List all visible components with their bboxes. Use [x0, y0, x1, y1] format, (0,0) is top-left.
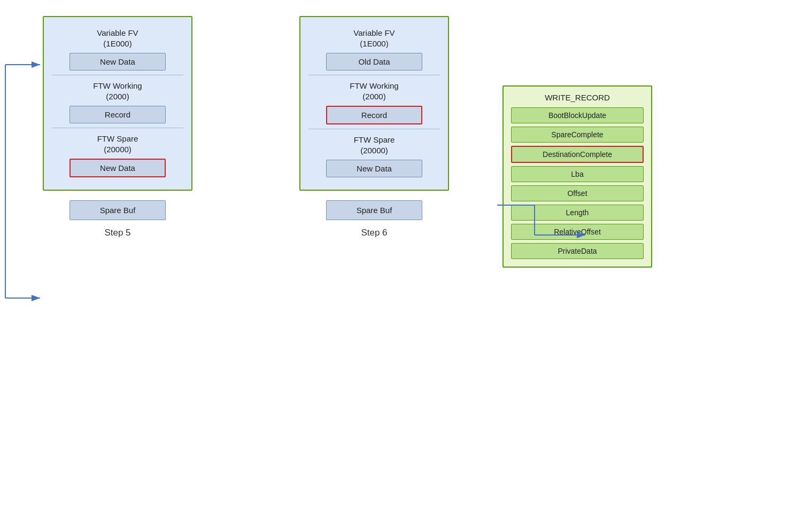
- step6-variable-fv-title: Variable FV(1E000): [353, 28, 395, 49]
- wr-spare-complete: SpareComplete: [511, 127, 644, 143]
- step6-label: Step 6: [361, 228, 387, 238]
- step5-label: Step 5: [104, 228, 130, 238]
- step6-ftw-working-title: FTW Working(2000): [350, 81, 398, 101]
- write-record-block: WRITE_RECORD BootBlockUpdate SpareComple…: [502, 85, 652, 268]
- step6-fv-block: Variable FV(1E000) Old Data FTW Working(…: [299, 16, 449, 191]
- step5-fv-block: Variable FV(1E000) New Data FTW Working(…: [43, 16, 192, 191]
- write-record-title: WRITE_RECORD: [545, 93, 610, 102]
- step5-ftw-working-title: FTW Working(2000): [93, 81, 142, 101]
- wr-length: Length: [511, 205, 644, 221]
- step5-variable-fv-section: Variable FV(1E000) New Data: [52, 22, 183, 75]
- step5-variable-fv-title: Variable FV(1E000): [97, 28, 138, 49]
- step5-column: Variable FV(1E000) New Data FTW Working(…: [43, 16, 192, 238]
- step6-ftw-spare-title: FTW Spare(20000): [354, 135, 395, 155]
- step6-record-box: Record: [326, 106, 422, 124]
- step6-spare-new-data-box: New Data: [326, 160, 422, 177]
- step6-spare-buf-row: Spare Buf Step 6: [326, 191, 422, 238]
- wr-lba: Lba: [511, 166, 644, 182]
- step5-spare-new-data-box: New Data: [69, 159, 166, 177]
- step5-spare-buf-box: Spare Buf: [69, 200, 166, 220]
- wr-offset: Offset: [511, 185, 644, 201]
- wr-private-data: PrivateData: [511, 243, 644, 259]
- step5-ftw-spare-title: FTW Spare(20000): [97, 134, 138, 154]
- step5-new-data-box: New Data: [69, 53, 166, 71]
- write-record-column: WRITE_RECORD BootBlockUpdate SpareComple…: [502, 85, 652, 268]
- step5-spare-buf-row: Spare Buf Step 5: [69, 191, 166, 238]
- step6-ftw-working-section: FTW Working(2000) Record: [308, 75, 440, 129]
- step5-ftw-working-section: FTW Working(2000) Record: [52, 75, 183, 128]
- wr-relative-offset: RelativeOffset: [511, 224, 644, 240]
- step5-record-box: Record: [69, 106, 166, 123]
- step5-ftw-spare-section: FTW Spare(20000) New Data: [52, 128, 183, 182]
- step6-column: Variable FV(1E000) Old Data FTW Working(…: [299, 16, 449, 238]
- step6-ftw-spare-section: FTW Spare(20000) New Data: [308, 129, 440, 182]
- step6-spare-buf-box: Spare Buf: [326, 200, 422, 220]
- step6-variable-fv-section: Variable FV(1E000) Old Data: [308, 22, 440, 75]
- wr-destination-complete: DestinationComplete: [511, 146, 644, 163]
- wr-boot-block-update: BootBlockUpdate: [511, 107, 644, 123]
- step6-old-data-box: Old Data: [326, 53, 422, 71]
